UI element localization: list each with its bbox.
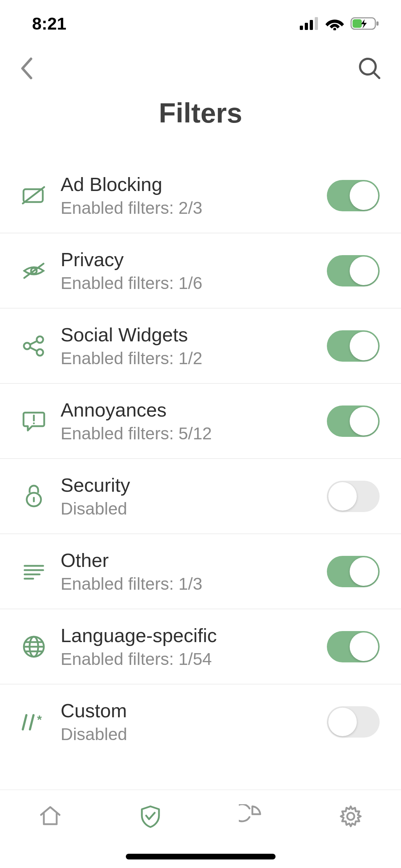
svg-line-17 (30, 341, 37, 345)
toggle-annoyances[interactable] (327, 405, 380, 437)
row-custom[interactable]: * Custom Disabled (0, 684, 401, 759)
svg-text:*: * (37, 713, 42, 726)
row-subtitle: Enabled filters: 2/3 (61, 198, 327, 218)
privacy-icon (18, 261, 50, 281)
row-title: Privacy (61, 248, 327, 270)
tab-settings[interactable] (301, 804, 401, 828)
tab-stats[interactable] (201, 804, 301, 828)
row-title: Annoyances (61, 399, 327, 421)
filter-list: Ad Blocking Enabled filters: 2/3 Privacy… (0, 158, 401, 759)
security-icon (18, 484, 50, 509)
row-social-widgets[interactable]: Social Widgets Enabled filters: 1/2 (0, 309, 401, 384)
language-icon (18, 635, 50, 658)
toggle-security[interactable] (327, 481, 380, 512)
row-title: Security (61, 474, 327, 496)
svg-point-20 (33, 422, 35, 424)
svg-rect-0 (300, 26, 303, 30)
status-icons (300, 16, 380, 31)
status-time: 8:21 (32, 14, 66, 33)
status-bar: 8:21 (0, 0, 401, 47)
svg-rect-1 (305, 23, 308, 30)
toggle-ad-blocking[interactable] (327, 180, 380, 211)
tab-protection[interactable] (100, 804, 200, 829)
gear-icon (339, 804, 363, 828)
page-title: Filters (0, 97, 401, 129)
row-title: Language-specific (61, 624, 327, 646)
svg-point-15 (37, 336, 43, 343)
row-language-specific[interactable]: Language-specific Enabled filters: 1/54 (0, 609, 401, 684)
row-subtitle: Enabled filters: 1/3 (61, 574, 327, 594)
row-subtitle: Disabled (61, 724, 327, 744)
back-button[interactable] (20, 57, 34, 80)
search-icon (358, 57, 381, 80)
chevron-left-icon (20, 57, 34, 80)
tab-home[interactable] (0, 804, 100, 827)
row-other[interactable]: Other Enabled filters: 1/3 (0, 534, 401, 609)
toggle-social-widgets[interactable] (327, 330, 380, 362)
svg-line-18 (30, 347, 37, 351)
row-ad-blocking[interactable]: Ad Blocking Enabled filters: 2/3 (0, 158, 401, 233)
svg-rect-6 (353, 19, 362, 28)
svg-rect-3 (315, 17, 318, 30)
row-title: Social Widgets (61, 324, 327, 346)
cellular-icon (300, 17, 319, 30)
ad-block-icon (18, 186, 50, 206)
nav-bar (0, 47, 401, 90)
row-title: Custom (61, 699, 327, 722)
svg-line-33 (30, 715, 34, 729)
svg-point-14 (24, 343, 30, 349)
svg-rect-2 (310, 20, 313, 30)
row-subtitle: Enabled filters: 1/6 (61, 273, 327, 293)
svg-point-35 (347, 813, 354, 820)
battery-icon (350, 16, 380, 31)
svg-line-32 (23, 715, 26, 729)
svg-rect-7 (376, 21, 379, 26)
row-title: Other (61, 549, 327, 571)
svg-line-13 (24, 264, 43, 278)
custom-icon: * (18, 713, 50, 731)
row-privacy[interactable]: Privacy Enabled filters: 1/6 (0, 233, 401, 309)
home-indicator[interactable] (126, 854, 276, 859)
toggle-other[interactable] (327, 556, 380, 587)
search-button[interactable] (358, 57, 381, 80)
toggle-custom[interactable] (327, 706, 380, 738)
row-subtitle: Enabled filters: 1/54 (61, 649, 327, 669)
row-security[interactable]: Security Disabled (0, 459, 401, 534)
row-title: Ad Blocking (61, 173, 327, 195)
social-icon (18, 335, 50, 357)
svg-point-16 (37, 349, 43, 356)
toggle-privacy[interactable] (327, 255, 380, 286)
row-subtitle: Disabled (61, 499, 327, 518)
shield-check-icon (139, 804, 162, 829)
svg-point-4 (333, 28, 336, 30)
annoyances-icon (18, 410, 50, 433)
wifi-icon (325, 17, 344, 30)
other-icon (18, 563, 50, 580)
toggle-language-specific[interactable] (327, 631, 380, 662)
row-annoyances[interactable]: Annoyances Enabled filters: 5/12 (0, 384, 401, 459)
row-subtitle: Enabled filters: 1/2 (61, 348, 327, 368)
row-subtitle: Enabled filters: 5/12 (61, 424, 327, 443)
pie-chart-icon (239, 804, 262, 828)
svg-line-9 (374, 72, 379, 78)
home-icon (38, 804, 62, 827)
